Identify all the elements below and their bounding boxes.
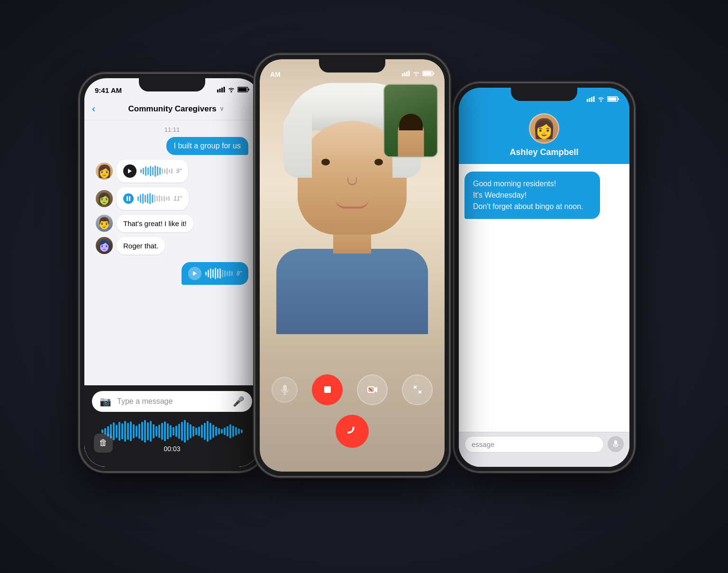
chat-header: ‹ Community Caregivers ∨: [84, 99, 260, 120]
svg-rect-9: [127, 196, 128, 201]
phone-mid: AM: [255, 55, 449, 476]
battery-icon-mid: [422, 71, 434, 78]
self-preview: [383, 84, 438, 157]
text-bubble-2: Roger that.: [117, 237, 165, 255]
svg-rect-31: [587, 99, 588, 102]
call-controls: [260, 374, 445, 405]
phone-mid-screen: AM: [260, 59, 445, 472]
voice-bubble-sent[interactable]: 8": [182, 262, 248, 285]
group-name: Community Caregivers: [128, 104, 217, 114]
wifi-icon: [228, 87, 235, 94]
status-icons-mid: [402, 71, 434, 78]
status-icons-right: [587, 96, 619, 103]
voice-recorder: 📷 Type a message 🎤: [84, 385, 260, 467]
svg-point-35: [601, 100, 602, 102]
voice-bubble-1[interactable]: 9": [117, 160, 188, 182]
right-message-input[interactable]: essage: [464, 436, 604, 453]
svg-rect-6: [248, 89, 250, 91]
voice-bubble-2[interactable]: 11": [117, 187, 189, 210]
right-messages-area: Good morning residents!It's Wednesday!Do…: [459, 164, 629, 467]
sent-bubble-1: I built a group for us: [166, 137, 248, 155]
end-call-button[interactable]: [336, 415, 369, 448]
svg-rect-23: [324, 386, 331, 393]
avatar-user-1: [96, 163, 113, 180]
message-row-sent-1: I built a group for us: [96, 137, 248, 155]
phone-right-screen: Ashley Campbell Good morning residents!I…: [459, 88, 629, 467]
time-mid: AM: [270, 71, 281, 78]
video-container: AM: [260, 59, 445, 472]
svg-rect-37: [618, 98, 619, 100]
recording-waveform: [92, 419, 252, 443]
contact-avatar: [529, 113, 559, 144]
camera-icon[interactable]: 📷: [100, 396, 111, 407]
recording-timer: 00:03: [92, 445, 252, 453]
svg-rect-34: [593, 96, 595, 102]
mute-button[interactable]: [272, 377, 298, 403]
svg-rect-18: [433, 73, 435, 74]
message-row-text-1: That's great! I like it!: [96, 215, 248, 232]
signal-icon-right: [587, 96, 595, 103]
notch-right: [511, 88, 577, 101]
svg-rect-13: [404, 73, 406, 76]
play-button-sent[interactable]: [188, 267, 201, 280]
duration-1: 9": [176, 168, 182, 174]
stop-button[interactable]: [312, 374, 343, 405]
left-content: 9:41 AM ‹: [84, 78, 260, 467]
message-row-text-2: Roger that.: [96, 237, 248, 255]
svg-rect-20: [283, 385, 287, 391]
svg-point-4: [231, 91, 232, 92]
svg-marker-25: [374, 387, 377, 392]
chat-title: Community Caregivers ∨: [100, 104, 252, 114]
duration-sent: 8": [237, 270, 242, 277]
input-placeholder-right: essage: [472, 440, 494, 448]
message-input[interactable]: Type a message: [117, 397, 227, 406]
signal-icon-mid: [402, 71, 410, 78]
contact-name: Ashley Campbell: [466, 147, 622, 157]
svg-rect-3: [224, 87, 225, 92]
notch-left: [139, 78, 205, 91]
right-content: Ashley Campbell Good morning residents!I…: [459, 88, 629, 467]
avatar-user-4: [96, 237, 113, 254]
message-timestamp: 11:11: [90, 120, 254, 137]
time-left: 9:41 AM: [95, 86, 122, 94]
announcement-bubble: Good morning residents!It's Wednesday!Do…: [464, 172, 600, 219]
pause-button-1[interactable]: [123, 193, 134, 204]
message-row-voice-sent: 8": [96, 262, 248, 285]
status-icons-left: [217, 87, 249, 94]
camera-toggle-button[interactable]: [357, 374, 388, 405]
message-input-row: 📷 Type a message 🎤: [92, 391, 252, 412]
battery-icon-right: [607, 96, 619, 103]
svg-rect-7: [238, 88, 247, 91]
chevron-icon: ∨: [219, 105, 224, 112]
svg-marker-8: [128, 169, 132, 173]
phone-left: 9:41 AM ‹: [80, 73, 264, 472]
delete-recording-button[interactable]: 🗑: [94, 434, 113, 453]
phone-left-screen: 9:41 AM ‹: [84, 78, 260, 467]
minimize-button[interactable]: [402, 374, 433, 405]
svg-marker-11: [193, 271, 197, 276]
svg-rect-12: [402, 73, 403, 76]
voice-input-button[interactable]: [608, 436, 624, 452]
svg-rect-14: [406, 72, 408, 76]
duration-2: 11": [173, 195, 182, 202]
play-button-1[interactable]: [123, 164, 136, 178]
signal-icon: [217, 87, 225, 94]
mic-icon[interactable]: 🎤: [233, 396, 245, 407]
back-button[interactable]: ‹: [92, 103, 95, 115]
phone-right: Ashley Campbell Good morning residents!I…: [454, 83, 634, 472]
wifi-icon-mid: [412, 71, 420, 78]
svg-rect-19: [423, 72, 432, 75]
svg-rect-2: [221, 88, 223, 92]
messages-list: I built a group for us: [90, 137, 254, 285]
battery-icon: [237, 87, 249, 94]
right-input-row: essage: [459, 432, 629, 467]
svg-point-16: [416, 75, 417, 76]
svg-rect-0: [217, 90, 218, 92]
message-row-voice-2: 11": [96, 187, 248, 210]
contact-header: Ashley Campbell: [459, 109, 629, 164]
svg-rect-33: [591, 97, 592, 102]
phones-container: 9:41 AM ‹: [56, 26, 672, 547]
avatar-user-3: [96, 215, 113, 232]
text-bubble-1: That's great! I like it!: [117, 215, 193, 232]
svg-rect-10: [129, 196, 130, 201]
